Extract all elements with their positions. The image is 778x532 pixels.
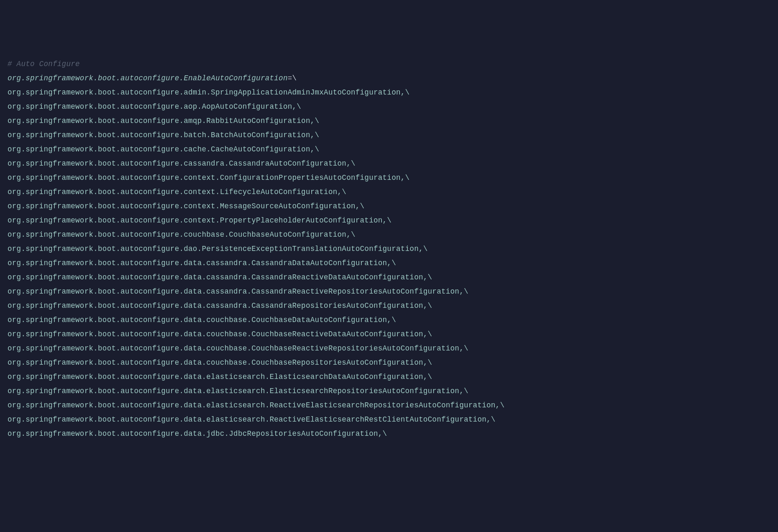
property-key: org.springframework.boot.autoconfigure.E… — [8, 74, 288, 82]
property-value-line: org.springframework.boot.autoconfigure.d… — [8, 256, 770, 270]
property-value-line: org.springframework.boot.autoconfigure.d… — [8, 384, 770, 398]
property-value-line: org.springframework.boot.autoconfigure.b… — [8, 128, 770, 142]
property-value-line: org.springframework.boot.autoconfigure.a… — [8, 114, 770, 128]
property-value-line: org.springframework.boot.autoconfigure.d… — [8, 284, 770, 299]
property-value-line: org.springframework.boot.autoconfigure.a… — [8, 85, 770, 100]
property-value-line: org.springframework.boot.autoconfigure.c… — [8, 185, 770, 199]
property-value-line: org.springframework.boot.autoconfigure.c… — [8, 171, 770, 185]
property-value-line: org.springframework.boot.autoconfigure.d… — [8, 398, 770, 412]
property-value-line: org.springframework.boot.autoconfigure.d… — [8, 270, 770, 284]
property-key-line: org.springframework.boot.autoconfigure.E… — [8, 71, 770, 85]
property-value-line: org.springframework.boot.autoconfigure.c… — [8, 156, 770, 171]
property-value-line: org.springframework.boot.autoconfigure.d… — [8, 313, 770, 327]
property-value-line: org.springframework.boot.autoconfigure.d… — [8, 370, 770, 384]
property-value-line: org.springframework.boot.autoconfigure.c… — [8, 199, 770, 213]
property-value-line: org.springframework.boot.autoconfigure.d… — [8, 299, 770, 313]
equals-sign: =\ — [288, 74, 297, 82]
property-value-line: org.springframework.boot.autoconfigure.a… — [8, 100, 770, 114]
property-value-line: org.springframework.boot.autoconfigure.c… — [8, 142, 770, 156]
property-value-line: org.springframework.boot.autoconfigure.d… — [8, 341, 770, 356]
property-value-line: org.springframework.boot.autoconfigure.d… — [8, 327, 770, 341]
property-value-line: org.springframework.boot.autoconfigure.d… — [8, 412, 770, 427]
property-value-line: org.springframework.boot.autoconfigure.d… — [8, 242, 770, 256]
code-editor-content[interactable]: # Auto Configureorg.springframework.boot… — [8, 57, 770, 441]
property-value-line: org.springframework.boot.autoconfigure.c… — [8, 228, 770, 242]
property-value-line: org.springframework.boot.autoconfigure.d… — [8, 427, 770, 441]
property-value-line: org.springframework.boot.autoconfigure.d… — [8, 356, 770, 370]
code-comment: # Auto Configure — [8, 57, 770, 71]
property-value-line: org.springframework.boot.autoconfigure.c… — [8, 213, 770, 228]
